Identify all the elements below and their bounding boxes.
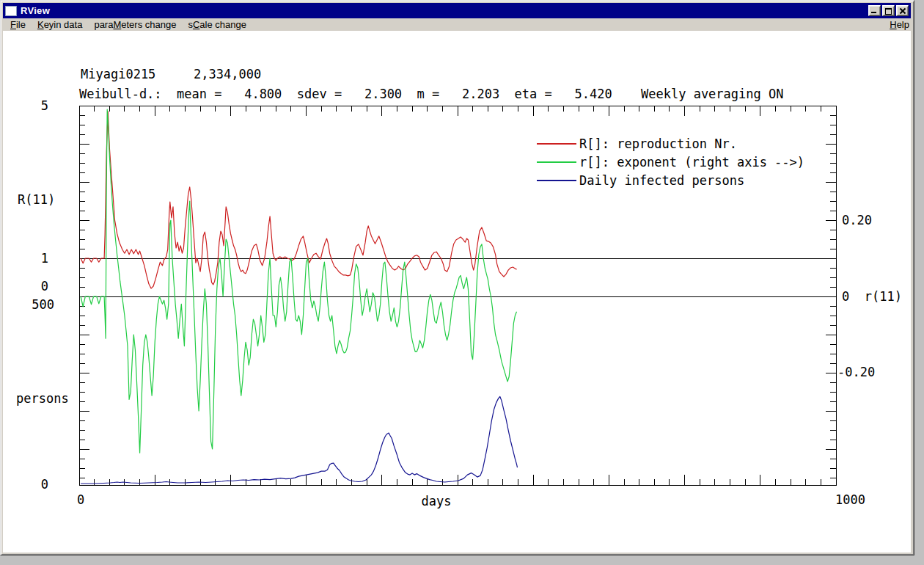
legend-label-exponent: r[]: exponent (right axis -->) bbox=[579, 155, 804, 170]
population-value: 2,334,000 bbox=[194, 68, 261, 81]
menu-item-keyin-data[interactable]: Keyin data bbox=[32, 19, 88, 30]
menu-item-parameters-change[interactable]: paraMeters change bbox=[88, 19, 182, 30]
left-axis-tick-0: 0 bbox=[10, 280, 48, 294]
legend-line-green-icon bbox=[537, 161, 576, 163]
x-axis-tick-1000: 1000 bbox=[835, 493, 865, 507]
app-window: RView FileKeyin dataparaMeters changesCa… bbox=[0, 0, 924, 565]
persons-axis-tick-500: 500 bbox=[10, 298, 54, 312]
minimize-icon bbox=[871, 12, 876, 13]
right-axis-label-r11: 0 r(11) bbox=[842, 290, 902, 304]
left-axis-label-R11: R(11) bbox=[18, 193, 55, 207]
legend-item-reproduction: R[]: reproduction Nr. bbox=[537, 136, 737, 151]
window-controls bbox=[868, 5, 911, 16]
right-axis-tick-020: 0.20 bbox=[842, 214, 872, 227]
x-axis-tick-0: 0 bbox=[77, 493, 84, 507]
left-axis-tick-1: 1 bbox=[10, 252, 48, 266]
persons-axis-tick-0: 0 bbox=[10, 478, 48, 492]
legend-line-blue-icon bbox=[537, 180, 576, 181]
chart-canvas bbox=[3, 31, 911, 553]
menu-item-help[interactable]: Help bbox=[884, 19, 915, 30]
distribution-params: Weibull-d.: mean = 4.800 sdev = 2.300 m … bbox=[79, 87, 612, 101]
menu-help-slot: Help bbox=[882, 18, 915, 31]
legend-line-red-icon bbox=[537, 143, 576, 145]
legend-label-reproduction: R[]: reproduction Nr. bbox=[579, 136, 737, 151]
close-button[interactable] bbox=[896, 5, 909, 16]
menu-item-scale-change[interactable]: sCale change bbox=[182, 19, 252, 30]
close-icon bbox=[897, 6, 908, 15]
persons-axis-label: persons bbox=[16, 392, 69, 406]
menu-bar: FileKeyin dataparaMeters changesCale cha… bbox=[3, 18, 911, 31]
left-axis-tick-5: 5 bbox=[10, 99, 48, 113]
weekly-averaging-status: Weekly averaging ON bbox=[641, 87, 783, 101]
legend-item-daily-infected: Daily infected persons bbox=[537, 173, 744, 188]
title-bar: RView bbox=[3, 3, 911, 18]
right-axis-tick-neg020: -0.20 bbox=[837, 365, 875, 379]
maximize-icon bbox=[885, 8, 892, 15]
legend-item-exponent: r[]: exponent (right axis -->) bbox=[537, 155, 804, 170]
minimize-button[interactable] bbox=[868, 5, 881, 16]
maximize-button[interactable] bbox=[882, 5, 895, 16]
app-icon bbox=[5, 6, 17, 16]
x-axis-label: days bbox=[407, 495, 466, 508]
menu-item-file[interactable]: File bbox=[4, 19, 32, 30]
dataset-name: Miyagi0215 bbox=[81, 68, 155, 81]
legend-label-daily-infected: Daily infected persons bbox=[579, 173, 744, 188]
window-title: RView bbox=[21, 5, 50, 16]
